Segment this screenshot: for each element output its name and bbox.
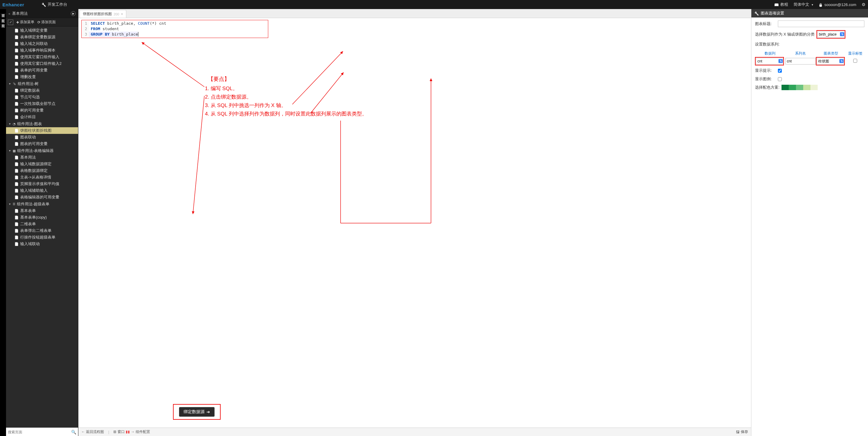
tree-item[interactable]: 绑定数据表 [6, 87, 78, 94]
tree-item[interactable]: 使用其它窗口组件输入 [6, 54, 78, 60]
tree-item[interactable]: 表单弹出二维表单 [6, 227, 78, 234]
tree-item[interactable]: 表格数据源绑定 [6, 167, 78, 174]
tree-item[interactable]: 基本表单(copy) [6, 214, 78, 221]
workbench-link[interactable]: 开发工作台 [41, 2, 67, 7]
tree-item[interactable]: 会计科目 [6, 114, 78, 120]
vtab-global-config[interactable]: 全局配置 [0, 19, 6, 24]
breadcrumb-window[interactable]: ⊞ 窗口 ▮▮ → 组件配置 [113, 429, 150, 435]
tree-item[interactable]: 输入域绑定变量 [6, 27, 78, 34]
tree-item[interactable]: 增删改查 [6, 74, 78, 80]
col-type-label: 图表类型 [816, 50, 846, 57]
tree-item[interactable]: 输入域辅助输入 [6, 187, 78, 194]
xaxis-select[interactable]: birth_place [817, 31, 844, 38]
tab-number: 200 [114, 12, 119, 16]
content-area: 饼图柱状图折线图 200 × 1SELECT birth_place, COUN… [79, 9, 751, 436]
logo: Enhancer [2, 2, 24, 7]
doc-icon [14, 68, 19, 72]
color-scheme-label: 选择配色方案: [755, 85, 780, 90]
tree-item[interactable]: 表单的可用变量 [6, 67, 78, 74]
tree-item[interactable]: 基本用法 [6, 154, 78, 161]
tab-active[interactable]: 饼图柱状图折线图 200 × [80, 10, 126, 18]
bind-datasource-button[interactable]: 绑定数据源 ➔ [179, 407, 215, 417]
sidebar: « 基本用法 ▶ ⤢ 添加菜单 添加页面 输入域绑定变量 表单绑定变量数据源 输… [6, 9, 79, 436]
doc-icon [14, 35, 19, 39]
tree-item[interactable]: 基本表单 [6, 207, 78, 214]
search-icon[interactable]: 🔍 [71, 430, 76, 435]
tree-item[interactable]: 表单绑定变量数据源 [6, 34, 78, 40]
grid-icon [13, 148, 16, 153]
tree-item[interactable]: 二维表单 [6, 221, 78, 227]
show-tooltip-checkbox[interactable] [778, 69, 782, 73]
save-button[interactable]: 保存 [736, 429, 748, 435]
back-link[interactable]: ← 返回流程图 [82, 429, 104, 435]
tree-group-form[interactable]: 组件用法-超级表单 [6, 201, 78, 207]
search-input[interactable] [8, 430, 71, 434]
lock-icon [818, 2, 823, 7]
refresh-icon [37, 20, 40, 24]
add-menu-label: 添加菜单 [20, 20, 34, 25]
add-menu-button[interactable]: 添加菜单 [16, 20, 34, 25]
tree-group-table[interactable]: 组件用法-表格编辑器 [6, 147, 78, 154]
tree-item[interactable]: 主表->从表格详情 [6, 174, 78, 181]
tree-item-active[interactable]: 饼图柱状图折线图 [6, 127, 78, 134]
show-label-checkbox[interactable] [853, 59, 857, 63]
panel-header: 图表选项设置 [751, 9, 868, 18]
tree-item[interactable]: 输入域联动 [6, 241, 78, 247]
tree-item[interactable]: 输入域数据源绑定 [6, 161, 78, 167]
tree-item[interactable]: 节点可勾选 [6, 94, 78, 100]
tree-item[interactable]: 行操作按钮超级表单 [6, 234, 78, 241]
tree-item[interactable]: 输入域之间联动 [6, 40, 78, 47]
tree-item[interactable]: 使用其它窗口组件输入2 [6, 60, 78, 67]
xaxis-highlight: birth_place [816, 30, 845, 38]
data-column-select[interactable]: cnt [756, 58, 783, 64]
add-page-button[interactable]: 添加页面 [37, 20, 56, 25]
save-icon [736, 430, 740, 434]
close-icon[interactable]: × [121, 12, 123, 16]
language-label: 简体中文 [794, 2, 809, 7]
tree-item[interactable]: 一次性加载全部节点 [6, 100, 78, 107]
xaxis-label: 选择数据列作为 X 轴或饼图的分类 [755, 32, 815, 37]
add-page-label: 添加页面 [41, 20, 56, 25]
chart-type-select[interactable]: 柱状图 [817, 58, 844, 64]
tree-item[interactable]: 树的可用变量 [6, 107, 78, 114]
collapse-left-icon[interactable]: « [8, 12, 10, 16]
doc-icon [14, 41, 19, 46]
vtab-nav-config[interactable]: 导航配置 [0, 14, 6, 19]
bookmark-icon [13, 81, 16, 87]
bind-button-label: 绑定数据源 [184, 409, 205, 415]
doc-icon [14, 135, 19, 139]
user-menu[interactable]: soooon@126.com [818, 2, 856, 7]
folder-icon [9, 148, 11, 153]
chart-title-input[interactable] [778, 21, 864, 27]
tree-item[interactable]: 图表联动 [6, 134, 78, 141]
arrow-right-icon: ➔ [207, 409, 210, 414]
doc-icon [14, 162, 19, 166]
tree-group-tree[interactable]: 组件用法-树 [6, 80, 78, 87]
panel-title: 图表选项设置 [761, 10, 784, 16]
annotation-arrows [79, 18, 751, 428]
tree-item[interactable]: 表格编辑器的可用变量 [6, 194, 78, 201]
user-label: soooon@126.com [824, 2, 856, 7]
svg-line-0 [142, 42, 204, 87]
doc-icon [14, 175, 19, 179]
doc-icon [14, 55, 19, 59]
tree-item[interactable]: 图表的可用变量 [6, 141, 78, 147]
show-legend-checkbox[interactable] [778, 77, 782, 81]
color-scheme-picker[interactable] [781, 85, 818, 90]
col-name-label: 系列名 [785, 50, 816, 57]
book-icon [774, 2, 779, 7]
expand-button[interactable]: ⤢ [8, 20, 13, 25]
vtab-page-manage[interactable]: 页面管理 [0, 9, 6, 14]
play-icon[interactable]: ▶ [71, 11, 76, 16]
vertical-tabs: 页面管理 导航配置 全局配置 [0, 9, 6, 436]
tab-label: 饼图柱状图折线图 [83, 11, 112, 17]
tree-item[interactable]: 输入域事件响应脚本 [6, 47, 78, 54]
tree-group-chart[interactable]: 组件用法-图表 [6, 120, 78, 127]
tutorial-link[interactable]: 教程 [774, 2, 788, 7]
tree-item[interactable]: 页脚显示求值和平均值 [6, 181, 78, 187]
language-selector[interactable]: 简体中文 [794, 2, 813, 7]
series-name-input[interactable] [785, 58, 816, 64]
settings-link[interactable] [862, 2, 866, 7]
doc-icon [14, 88, 19, 93]
sql-editor[interactable]: 1SELECT birth_place, COUNT(*) cnt 2FROM … [82, 20, 268, 38]
